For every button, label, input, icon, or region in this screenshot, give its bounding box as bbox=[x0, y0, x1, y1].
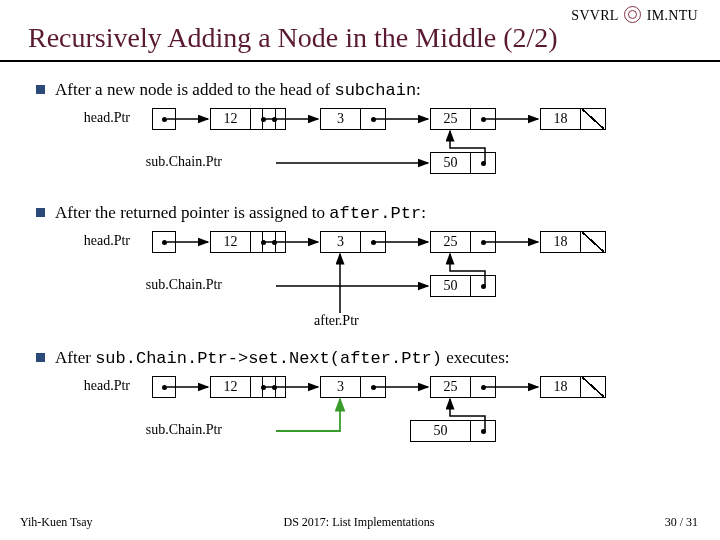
bullet-3-code: sub.Chain.Ptr->set.Next(after.Ptr) bbox=[95, 349, 442, 368]
headptr-label: head.Ptr bbox=[70, 378, 130, 394]
subchainptr-label: sub.Chain.Ptr bbox=[130, 277, 222, 293]
headptr-box bbox=[152, 376, 176, 398]
diagram-1: head.Ptr 12 3 25 18 sub.Chain.Ptr 50 bbox=[0, 108, 720, 188]
node-18: 18 bbox=[540, 231, 606, 253]
dept-name: IM.NTU bbox=[647, 8, 698, 23]
dot-icon bbox=[162, 385, 167, 390]
node-25: 25 bbox=[430, 108, 496, 130]
nil-icon bbox=[582, 232, 604, 252]
dot-icon bbox=[371, 385, 376, 390]
node-3: 3 bbox=[320, 376, 386, 398]
node-3: 3 bbox=[320, 231, 386, 253]
dot-icon bbox=[481, 429, 486, 434]
node-value: 25 bbox=[431, 109, 471, 129]
footer-course: DS 2017: List Implementations bbox=[20, 515, 698, 530]
node-18: 18 bbox=[540, 108, 606, 130]
diagram-3: head.Ptr 12 3 25 18 sub.Chain.Ptr 50 bbox=[0, 376, 720, 486]
bullet-1: After a new node is added to the head of… bbox=[36, 80, 700, 100]
node-50: 50 bbox=[410, 420, 496, 442]
lab-name: SVVRL bbox=[571, 8, 618, 23]
diagram-2: head.Ptr 12 3 25 18 sub.Chain.Ptr 50 aft… bbox=[0, 231, 720, 341]
node-value: 3 bbox=[321, 232, 361, 252]
node-value: 18 bbox=[541, 232, 581, 252]
headptr-label: head.Ptr bbox=[70, 233, 130, 249]
dot-icon bbox=[371, 240, 376, 245]
bullet-icon bbox=[36, 353, 45, 362]
subchainptr-box bbox=[262, 108, 286, 130]
dot-icon bbox=[272, 385, 277, 390]
bullet-3-tail: executes: bbox=[442, 348, 510, 367]
node-value: 3 bbox=[321, 377, 361, 397]
node-value: 50 bbox=[411, 421, 471, 441]
subchainptr-label: sub.Chain.Ptr bbox=[130, 154, 222, 170]
bullet-2-text: After the returned pointer is assigned t… bbox=[55, 203, 329, 222]
dot-icon bbox=[481, 385, 486, 390]
dot-icon bbox=[371, 117, 376, 122]
node-50: 50 bbox=[430, 152, 496, 174]
headptr-label: head.Ptr bbox=[70, 110, 130, 126]
node-value: 25 bbox=[431, 232, 471, 252]
node-18: 18 bbox=[540, 376, 606, 398]
node-value: 12 bbox=[211, 109, 251, 129]
node-25: 25 bbox=[430, 376, 496, 398]
node-3: 3 bbox=[320, 108, 386, 130]
headptr-box bbox=[152, 231, 176, 253]
node-value: 3 bbox=[321, 109, 361, 129]
bullet-2-tail: : bbox=[421, 203, 426, 222]
node-value: 12 bbox=[211, 232, 251, 252]
dot-icon bbox=[272, 240, 277, 245]
header-right: SVVRL IM.NTU bbox=[571, 6, 698, 24]
nil-icon bbox=[582, 377, 604, 397]
subchainptr-box bbox=[262, 376, 286, 398]
node-value: 12 bbox=[211, 377, 251, 397]
bullet-1-text: After a new node is added to the head of bbox=[55, 80, 334, 99]
node-50: 50 bbox=[430, 275, 496, 297]
subchainptr-label: sub.Chain.Ptr bbox=[130, 422, 222, 438]
afterptr-label: after.Ptr bbox=[314, 313, 359, 329]
dot-icon bbox=[481, 161, 486, 166]
slide: SVVRL IM.NTU Recursively Adding a Node i… bbox=[0, 0, 720, 540]
title-rule bbox=[0, 60, 720, 62]
bullet-1-code: subchain bbox=[334, 81, 416, 100]
dot-icon bbox=[481, 284, 486, 289]
node-value: 18 bbox=[541, 377, 581, 397]
bullet-2: After the returned pointer is assigned t… bbox=[36, 203, 700, 223]
dot-icon bbox=[162, 240, 167, 245]
node-value: 50 bbox=[431, 276, 471, 296]
footer: Yih-Kuen Tsay DS 2017: List Implementati… bbox=[20, 515, 698, 530]
page-title: Recursively Adding a Node in the Middle … bbox=[28, 22, 558, 54]
ntu-logo-icon bbox=[624, 6, 641, 23]
bullet-3-text: After bbox=[55, 348, 95, 367]
node-value: 25 bbox=[431, 377, 471, 397]
bullet-icon bbox=[36, 85, 45, 94]
node-25: 25 bbox=[430, 231, 496, 253]
dot-icon bbox=[272, 117, 277, 122]
subchainptr-box bbox=[262, 231, 286, 253]
headptr-box bbox=[152, 108, 176, 130]
node-value: 50 bbox=[431, 153, 471, 173]
bullet-icon bbox=[36, 208, 45, 217]
nil-icon bbox=[582, 109, 604, 129]
bullet-1-tail: : bbox=[416, 80, 421, 99]
node-value: 18 bbox=[541, 109, 581, 129]
bullet-2-code: after.Ptr bbox=[329, 204, 421, 223]
dot-icon bbox=[481, 117, 486, 122]
dot-icon bbox=[162, 117, 167, 122]
dot-icon bbox=[481, 240, 486, 245]
bullet-3: After sub.Chain.Ptr->set.Next(after.Ptr)… bbox=[36, 348, 700, 368]
